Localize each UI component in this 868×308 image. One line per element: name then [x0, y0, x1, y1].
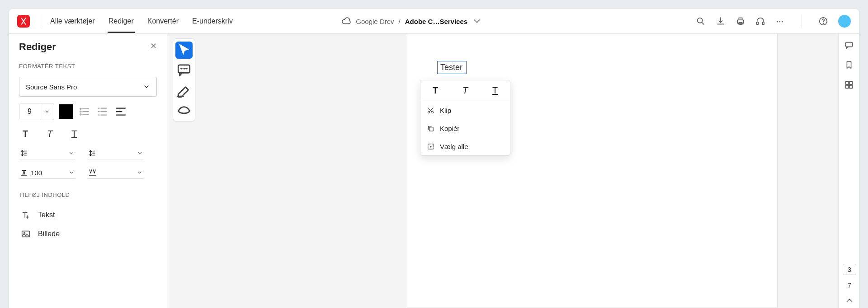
- nav-tabs: Alle værktøjer Rediger Konvertér E-under…: [50, 10, 233, 33]
- font-size-dropdown[interactable]: [40, 103, 54, 120]
- svg-rect-18: [845, 42, 852, 47]
- chevron-down-icon[interactable]: [472, 16, 482, 26]
- panel-title: Rediger: [19, 41, 56, 53]
- close-icon[interactable]: ✕: [150, 41, 157, 51]
- font-color-swatch[interactable]: [59, 104, 73, 119]
- right-rail: 3 7: [838, 34, 859, 308]
- top-actions: ⋯: [696, 14, 851, 28]
- ctx-cut-label: Klip: [440, 107, 451, 114]
- svg-point-0: [698, 18, 703, 23]
- add-text-label: Tekst: [38, 211, 55, 219]
- ctx-copy[interactable]: Kopiér: [420, 119, 510, 137]
- svg-rect-21: [845, 85, 848, 88]
- search-icon[interactable]: [696, 16, 706, 26]
- svg-point-12: [24, 233, 25, 234]
- align-icon[interactable]: [114, 105, 127, 118]
- font-size-input-wrap: [19, 103, 54, 120]
- list-bullet-icon[interactable]: [78, 105, 91, 118]
- top-bar: Alle værktøjer Rediger Konvertér E-under…: [9, 9, 859, 34]
- breadcrumb[interactable]: Google Drev / Adobe C…Services: [341, 16, 482, 26]
- line-spacing-select[interactable]: [19, 147, 75, 159]
- font-family-value: Source Sans Pro: [26, 83, 77, 91]
- cloud-icon: [341, 16, 351, 26]
- breadcrumb-source: Google Drev: [356, 18, 394, 25]
- bookmark-icon[interactable]: [844, 60, 854, 70]
- section-format-label: FORMATÉR TEKST: [19, 63, 157, 70]
- underline-icon[interactable]: T: [68, 127, 80, 140]
- svg-point-8: [80, 108, 81, 110]
- ctx-select-all[interactable]: Vælg alle: [420, 137, 510, 155]
- nav-edit[interactable]: Rediger: [108, 10, 134, 33]
- character-spacing-select[interactable]: [87, 167, 144, 179]
- ctx-select-all-label: Vælg alle: [440, 143, 468, 150]
- svg-point-9: [80, 111, 81, 112]
- current-page-badge[interactable]: 3: [843, 264, 856, 275]
- more-icon[interactable]: ⋯: [775, 16, 785, 26]
- list-numbered-icon[interactable]: [96, 105, 109, 118]
- document-canvas[interactable]: Tester T T T Klip Kopiér: [167, 34, 859, 308]
- edit-panel: Rediger ✕ FORMATÉR TEKST Source Sans Pro: [9, 34, 167, 308]
- horizontal-scale-value: 100: [31, 169, 49, 177]
- ctx-copy-label: Kopiér: [440, 125, 459, 132]
- page[interactable]: Tester T T T Klip Kopiér: [407, 34, 778, 308]
- ctx-italic-icon[interactable]: T: [458, 84, 472, 98]
- headphones-icon[interactable]: [755, 16, 765, 26]
- add-text-button[interactable]: Tekst: [19, 205, 157, 224]
- font-size-input[interactable]: [19, 103, 40, 120]
- ctx-bold-icon[interactable]: T: [429, 84, 442, 98]
- section-add-label: TILFØJ INDHOLD: [19, 191, 157, 198]
- svg-point-10: [80, 114, 81, 115]
- print-icon[interactable]: [736, 16, 745, 26]
- total-pages: 7: [848, 281, 851, 289]
- svg-rect-22: [849, 85, 852, 88]
- nav-esign[interactable]: E-underskriv: [192, 10, 233, 33]
- context-menu: T T T Klip Kopiér Vælg alle: [420, 80, 510, 156]
- nav-convert[interactable]: Konvertér: [147, 10, 179, 33]
- nav-all-tools[interactable]: Alle værktøjer: [50, 10, 95, 33]
- chat-icon[interactable]: [844, 40, 854, 50]
- separator: [40, 14, 40, 28]
- breadcrumb-doc: Adobe C…Services: [405, 18, 467, 25]
- svg-rect-2: [739, 18, 742, 20]
- horizontal-scale-select[interactable]: 100: [19, 167, 75, 179]
- breadcrumb-sep: /: [399, 18, 401, 25]
- ctx-underline-icon[interactable]: T: [488, 84, 502, 98]
- svg-rect-16: [429, 127, 434, 131]
- avatar[interactable]: [838, 15, 851, 28]
- font-family-select[interactable]: Source Sans Pro: [19, 77, 157, 97]
- svg-rect-5: [763, 22, 764, 25]
- app-logo: [17, 15, 30, 28]
- svg-rect-20: [849, 82, 852, 84]
- add-image-button[interactable]: Billede: [19, 224, 157, 243]
- svg-rect-19: [845, 82, 848, 84]
- chevron-up-icon[interactable]: [844, 295, 854, 305]
- add-image-label: Billede: [38, 230, 60, 238]
- thumbnails-icon[interactable]: [844, 80, 854, 90]
- bold-icon[interactable]: T: [19, 127, 32, 140]
- svg-point-7: [823, 23, 823, 23]
- selected-text-box[interactable]: Tester: [437, 61, 467, 74]
- separator: [802, 14, 802, 28]
- svg-rect-4: [757, 22, 759, 25]
- italic-icon[interactable]: T: [43, 127, 56, 140]
- help-icon[interactable]: [818, 16, 828, 26]
- paragraph-spacing-select[interactable]: [87, 147, 144, 159]
- ctx-cut[interactable]: Klip: [420, 101, 510, 119]
- download-icon[interactable]: [716, 16, 726, 26]
